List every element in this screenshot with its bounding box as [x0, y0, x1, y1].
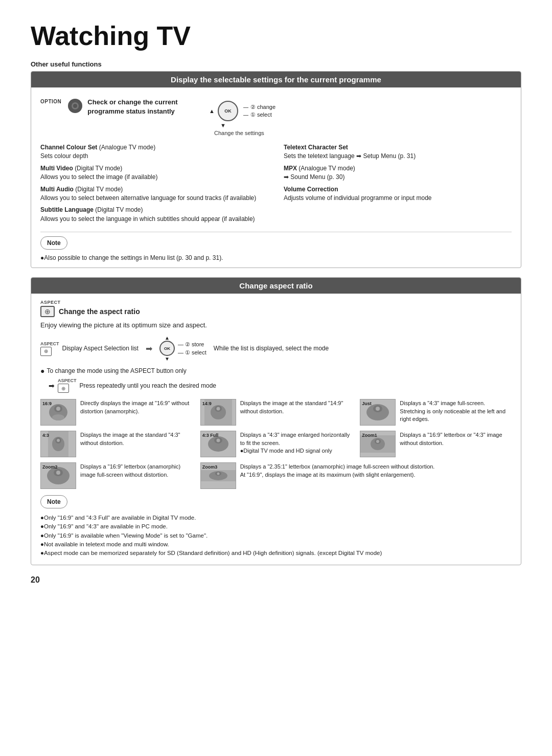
modes-grid: 16:9 Directly displays the image at "16:…: [40, 399, 512, 489]
feat-volume: Volume Correction Adjusts volume of indi…: [284, 185, 512, 203]
ok-small-button: OK: [159, 341, 175, 356]
section1-box: Display the selectable settings for the …: [31, 71, 521, 268]
select-label2: ① select: [185, 349, 206, 356]
ok-with-arrows: ▲ OK — ② change — ① select: [209, 101, 275, 121]
ok-button-group: ▲ OK — ② change — ① select: [209, 101, 275, 136]
mode-text-zoom2: Displays a "16:9" letterbox (anamorphic)…: [80, 463, 180, 477]
note-section: Note ●Also possible to change the settin…: [40, 236, 512, 261]
note-bullet: ●Also possible to change the settings in…: [40, 254, 512, 261]
mode-item-43: 4:3 Displays the image at the standard "…: [40, 431, 192, 457]
svg-point-38: [217, 473, 219, 475]
aspect-label-small: ASPECT ⊕: [40, 341, 59, 356]
mode-item-149: 14:9 Displays the image at the standard …: [200, 399, 352, 426]
mode-desc-zoom1: Displays a "16:9" letterbox or "4:3" ima…: [400, 431, 512, 447]
to-change-note: ● To change the mode using the ASPECT bu…: [40, 367, 512, 375]
mode-thumb-zoom1: Zoom1: [360, 431, 396, 457]
down-arrow-icon: ▼: [220, 122, 226, 128]
section2-box: Change aspect ratio ASPECT ⊕ Change the …: [31, 277, 521, 565]
display-label: Display Aspect Selection list: [62, 345, 139, 352]
svg-point-20: [57, 439, 60, 442]
bnote-1: ●Only "16:9" and "4:3 Full" are availabl…: [40, 514, 512, 522]
bottom-notes: ●Only "16:9" and "4:3 Full" are availabl…: [40, 514, 512, 558]
mode-item-zoom1: Zoom1 Displays a "16:9" letterbox or "4:…: [360, 431, 512, 457]
mode-desc-zoom2: Displays a "16:9" letterbox (anamorphic)…: [80, 462, 192, 479]
feat-multi-audio-detail: Allows you to select between alternative…: [40, 194, 256, 202]
store-label: ② store: [185, 341, 204, 348]
option-label: OPTION: [40, 99, 61, 104]
section2-content: ASPECT ⊕ Change the aspect ratio Enjoy v…: [31, 300, 521, 565]
mode-text-43full: Displays a "4:3" image enlarged horizont…: [240, 432, 350, 454]
feat-mpx: MPX (Analogue TV mode) ➡ Sound Menu (p. …: [284, 164, 512, 182]
bnote-3-text: ●Only "16:9" is available when "Viewing …: [40, 531, 208, 540]
option-button: [68, 99, 82, 113]
aspect-icon-title: ⊕ Change the aspect ratio: [40, 306, 140, 317]
display-row: ASPECT ⊕ Display Aspect Selection list ➡…: [40, 335, 512, 362]
note-text: ●Also possible to change the settings in…: [40, 254, 223, 261]
svg-point-33: [56, 471, 60, 475]
page-title: Watching TV: [31, 20, 521, 51]
display-left: ASPECT ⊕ Display Aspect Selection list: [40, 341, 139, 356]
divider: [40, 232, 512, 232]
mode-text-169: Directly displays the image at "16:9" wi…: [80, 400, 189, 414]
mode-thumb-label-just: Just: [362, 401, 372, 407]
option-icon: [71, 102, 79, 110]
features-grid: Channel Colour Set (Analogue TV mode) Se…: [40, 143, 512, 227]
aspect-tiny-label: ASPECT: [40, 300, 61, 305]
aspect-icon-small: ⊕: [40, 347, 52, 356]
ok-small-down-arrow: ▼: [165, 356, 170, 362]
mode-thumb-169: 16:9: [40, 399, 76, 426]
mode-thumb-label-zoom1: Zoom1: [362, 432, 377, 439]
feat-volume-title: Volume Correction: [284, 186, 338, 193]
feat-multi-video-title: Multi Video: [40, 165, 73, 172]
select-label: ① select: [250, 112, 272, 118]
mode-desc-just: Displays a "4:3" image full-screen. Stre…: [400, 399, 512, 423]
feat-teletext-detail: Sets the teletext language ➡ Setup Menu …: [284, 152, 416, 160]
mode-text-149: Displays the image at the standard "14:9…: [240, 400, 343, 414]
feat-multi-audio: Multi Audio (Digital TV mode) Allows you…: [40, 185, 268, 203]
section1-header: Display the selectable settings for the …: [31, 72, 521, 87]
while-text: While the list is displayed, select the …: [214, 345, 329, 352]
aspect-icon: ⊕: [40, 306, 55, 317]
mode-thumb-43full: 4:3 Full: [200, 431, 236, 457]
feat-mpx-title: MPX: [284, 165, 297, 172]
aspect-small2: ASPECT ⊕: [58, 378, 77, 393]
feat-subtitle-subtitle: (Digital TV mode): [95, 206, 143, 213]
change-label: ② change: [250, 104, 275, 110]
bnote-4: ●Not available in teletext mode and mult…: [40, 540, 512, 549]
mode-thumb-label-zoom2: Zoom2: [42, 464, 58, 471]
enjoy-text: Enjoy viewing the picture at its optimum…: [40, 321, 512, 329]
arrow-right-small: ➡: [49, 382, 55, 390]
select-label-row2: — ① select: [178, 349, 206, 356]
section1-content: OPTION Check or change the current progr…: [31, 87, 521, 268]
mode-item-169: 16:9 Directly displays the image at "16:…: [40, 399, 192, 426]
select-dash: —: [243, 112, 248, 118]
change-settings-label: Change the settings: [214, 130, 264, 136]
bnote-1-text: ●Only "16:9" and "4:3 Full" are availabl…: [40, 514, 196, 522]
feat-teletext-title: Teletext Character Set: [284, 144, 348, 151]
mode-thumb-zoom3: Zoom3: [200, 462, 236, 489]
feat-subtitle-title: Subtitle Language: [40, 206, 94, 213]
mode-text-zoom1: Displays a "16:9" letterbox or "4:3" ima…: [400, 432, 502, 446]
feat-subtitle: Subtitle Language (Digital TV mode) Allo…: [40, 206, 268, 224]
mode-desc-43full: Displays a "4:3" image enlarged horizont…: [240, 431, 352, 455]
ok-small-group: ▲ OK ▼ — ② store — ① select: [159, 335, 206, 362]
aspect-icon-small2: ⊕: [58, 384, 69, 393]
store-label-row: — ② store: [178, 341, 206, 348]
mode-thumb-label-43: 4:3: [42, 432, 49, 439]
feat-channel-colour-detail: Sets colour depth: [40, 152, 88, 160]
mode-desc-zoom3: Displays a "2.35:1" letterbox (anamorphi…: [240, 462, 512, 479]
bnote-4-text: ●Not available in teletext mode and mult…: [40, 540, 169, 549]
mode-thumb-label-zoom3: Zoom3: [202, 464, 218, 471]
svg-point-5: [52, 414, 64, 420]
press-repeat-text: Press repeatedly until you reach the des…: [80, 382, 217, 389]
svg-point-1: [73, 104, 77, 108]
mode-thumb-label-149: 14:9: [202, 401, 212, 407]
mode-desc-169: Directly displays the image at "16:9" wi…: [80, 399, 192, 415]
mode-item-just: Just Displays a "4:3" image full-screen.…: [360, 399, 512, 426]
aspect-label-row: ASPECT ⊕ Change the aspect ratio: [40, 300, 502, 317]
svg-point-24: [216, 439, 220, 442]
feat-multi-video-subtitle: (Digital TV mode): [75, 165, 122, 172]
mode-item-zoom3: Zoom3 Displays a "2.35:1" letterbox (ana…: [200, 462, 512, 489]
bnote-2-text: ●Only "16:9" and "4:3" are available in …: [40, 522, 168, 531]
up-arrow-icon: ▲: [209, 108, 215, 114]
